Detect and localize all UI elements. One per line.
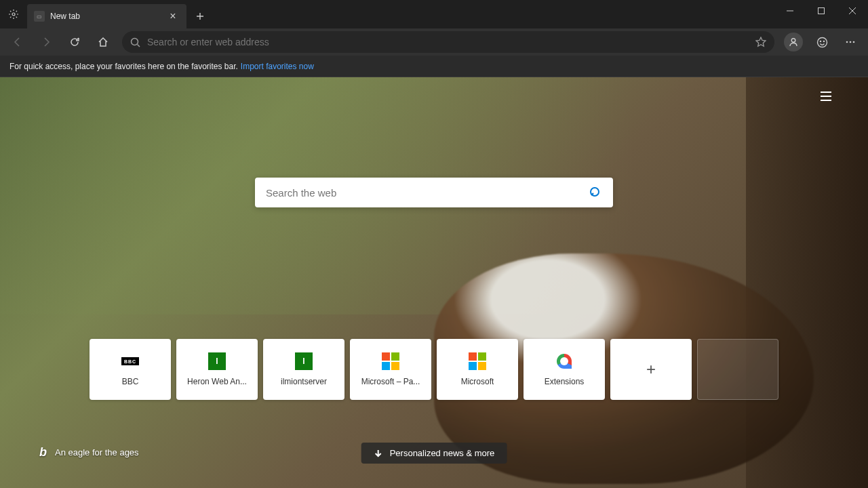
page-settings-button[interactable] (819, 89, 833, 103)
titlebar: ▭ New tab × (0, 0, 868, 28)
search-icon (130, 37, 140, 47)
tile-heron[interactable]: IHeron Web An... (176, 339, 258, 400)
add-tile-button[interactable]: + (610, 339, 692, 400)
favorites-hint: For quick access, place your favorites h… (9, 62, 238, 71)
tab-favicon: ▭ (34, 11, 45, 22)
tile-extensions[interactable]: Extensions (524, 339, 605, 400)
favorites-bar: For quick access, place your favorites h… (0, 56, 868, 77)
forward-button[interactable] (33, 30, 60, 54)
svg-point-0 (12, 13, 15, 16)
svg-point-9 (853, 41, 855, 43)
arrow-down-icon (374, 449, 383, 458)
search-icon[interactable] (589, 186, 602, 199)
window-controls (774, 0, 868, 22)
ntp-search-input[interactable] (266, 187, 589, 199)
svg-point-8 (850, 41, 852, 43)
browser-tab[interactable]: ▭ New tab × (27, 4, 186, 28)
image-caption[interactable]: b An eagle for the ages (39, 445, 139, 460)
quick-links: BBCBBC IHeron Web An... Iilmiontserver M… (90, 339, 778, 400)
tab-close-button[interactable]: × (166, 10, 180, 22)
back-button[interactable] (4, 30, 31, 54)
address-input[interactable] (147, 37, 755, 47)
favorite-icon[interactable] (755, 37, 766, 47)
svg-point-6 (823, 41, 824, 41)
maximize-button[interactable] (806, 0, 837, 22)
minimize-button[interactable] (774, 0, 806, 22)
import-favorites-link[interactable]: Import favorites now (241, 62, 314, 71)
new-tab-button[interactable] (189, 5, 211, 27)
tab-title: New tab (50, 12, 166, 21)
news-feed-button[interactable]: Personalized news & more (361, 443, 507, 464)
svg-point-5 (820, 41, 821, 41)
bing-icon: b (39, 445, 47, 460)
home-button[interactable] (90, 30, 117, 54)
tile-ilmiont[interactable]: Iilmiontserver (263, 339, 344, 400)
new-tab-page: BBCBBC IHeron Web An... Iilmiontserver M… (0, 77, 868, 488)
tile-microsoft-pa[interactable]: Microsoft – Pa... (350, 339, 431, 400)
feedback-button[interactable] (808, 30, 835, 54)
tile-placeholder (697, 339, 778, 400)
svg-point-2 (132, 38, 138, 45)
close-window-button[interactable] (837, 0, 868, 22)
svg-point-7 (846, 41, 848, 43)
tile-bbc[interactable]: BBCBBC (90, 339, 171, 400)
appmenu-settings-button[interactable] (0, 0, 27, 28)
menu-button[interactable] (837, 30, 864, 54)
address-bar[interactable] (122, 31, 774, 53)
tile-microsoft[interactable]: Microsoft (437, 339, 518, 400)
svg-point-4 (817, 37, 827, 47)
profile-button[interactable] (784, 33, 803, 52)
toolbar (0, 28, 868, 56)
ntp-search-box[interactable] (255, 178, 613, 207)
refresh-button[interactable] (61, 30, 88, 54)
svg-point-3 (791, 39, 795, 43)
svg-rect-1 (818, 8, 825, 14)
